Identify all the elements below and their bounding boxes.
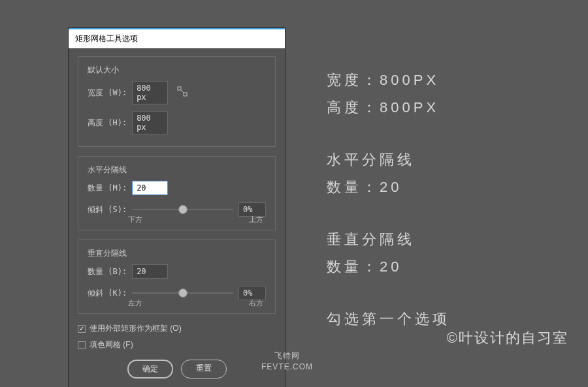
annotation-hcount: 数量：20 — [327, 178, 450, 197]
constrain-proportions-icon[interactable] — [177, 86, 188, 99]
watermark-bottom: FEVTE.COM — [261, 362, 313, 373]
use-outer-frame-checkbox-row[interactable]: ✓ 使用外部矩形作为框架 (O) — [78, 323, 276, 334]
annotation-vcount: 数量：20 — [327, 257, 450, 277]
width-label: 宽度 (W): — [88, 87, 127, 99]
annotation-hdiv: 水平分隔线 — [327, 150, 450, 170]
v-skew-row: 倾斜 (K): 0% — [88, 285, 266, 301]
dialog-body: 默认大小 宽度 (W): 800 px 高度 (H): 800 px 水平分隔线… — [69, 48, 285, 387]
slider-handle-icon[interactable] — [178, 288, 188, 298]
v-count-label: 数量 (B): — [88, 266, 127, 277]
svg-rect-1 — [184, 93, 187, 96]
v-skew-slider[interactable] — [132, 285, 233, 301]
v-count-row: 数量 (B): 20 — [88, 264, 266, 279]
annotation-panel: 宽度：800PX 高度：800PX 水平分隔线 数量：20 垂直分隔线 数量：2… — [327, 70, 450, 337]
h-count-label: 数量 (M): — [88, 183, 127, 194]
h-skew-high-label: 上方 — [249, 215, 263, 224]
horizontal-legend: 水平分隔线 — [88, 164, 266, 181]
v-skew-high-label: 右方 — [249, 298, 263, 308]
watermark: 飞特网 FEVTE.COM — [261, 350, 313, 373]
vertical-dividers-fieldset: 垂直分隔线 数量 (B): 20 倾斜 (K): 0% 左方 右方 — [78, 240, 276, 314]
vertical-legend: 垂直分隔线 — [88, 248, 266, 264]
svg-line-2 — [181, 90, 184, 93]
rectangular-grid-options-dialog: 矩形网格工具选项 默认大小 宽度 (W): 800 px 高度 (H): 800… — [68, 27, 286, 387]
h-count-input[interactable]: 20 — [132, 181, 168, 195]
dialog-title-bar[interactable]: 矩形网格工具选项 — [69, 28, 285, 48]
checkbox-checked-icon[interactable]: ✓ — [78, 325, 86, 333]
checkbox-unchecked-icon[interactable] — [78, 341, 86, 349]
horizontal-dividers-fieldset: 水平分隔线 数量 (M): 20 倾斜 (S): 0% 下方 上方 — [78, 156, 276, 230]
reset-button[interactable]: 重置 — [181, 360, 227, 379]
height-label: 高度 (H): — [88, 117, 127, 129]
svg-rect-0 — [178, 87, 181, 90]
fill-grid-label: 填色网格 (F) — [90, 339, 133, 350]
watermark-top: 飞特网 — [261, 350, 313, 362]
annotation-vdiv: 垂直分隔线 — [327, 230, 450, 249]
h-skew-label: 倾斜 (S): — [88, 204, 127, 215]
h-skew-slider[interactable] — [132, 202, 233, 217]
h-count-row: 数量 (M): 20 — [88, 181, 266, 195]
credit-text: ©叶设计的自习室 — [447, 328, 568, 348]
annotation-height: 高度：800PX — [327, 98, 450, 117]
slider-handle-icon[interactable] — [178, 205, 188, 214]
dialog-title: 矩形网格工具选项 — [75, 34, 138, 43]
default-size-legend: 默认大小 — [88, 65, 266, 81]
v-skew-label: 倾斜 (K): — [88, 288, 127, 299]
annotation-width: 宽度：800PX — [327, 70, 450, 90]
use-outer-frame-label: 使用外部矩形作为框架 (O) — [90, 323, 182, 334]
ok-button[interactable]: 确定 — [127, 360, 173, 379]
width-row: 宽度 (W): 800 px — [88, 81, 266, 104]
fill-grid-checkbox-row[interactable]: 填色网格 (F) — [78, 339, 276, 350]
h-skew-row: 倾斜 (S): 0% — [88, 202, 266, 217]
height-input[interactable]: 800 px — [132, 111, 168, 134]
v-count-input[interactable]: 20 — [132, 264, 168, 279]
annotation-check: 勾选第一个选项 — [327, 309, 450, 329]
button-row: 确定 重置 — [78, 360, 276, 379]
width-input[interactable]: 800 px — [132, 81, 168, 104]
height-row: 高度 (H): 800 px — [88, 111, 266, 134]
default-size-fieldset: 默认大小 宽度 (W): 800 px 高度 (H): 800 px — [78, 56, 276, 147]
